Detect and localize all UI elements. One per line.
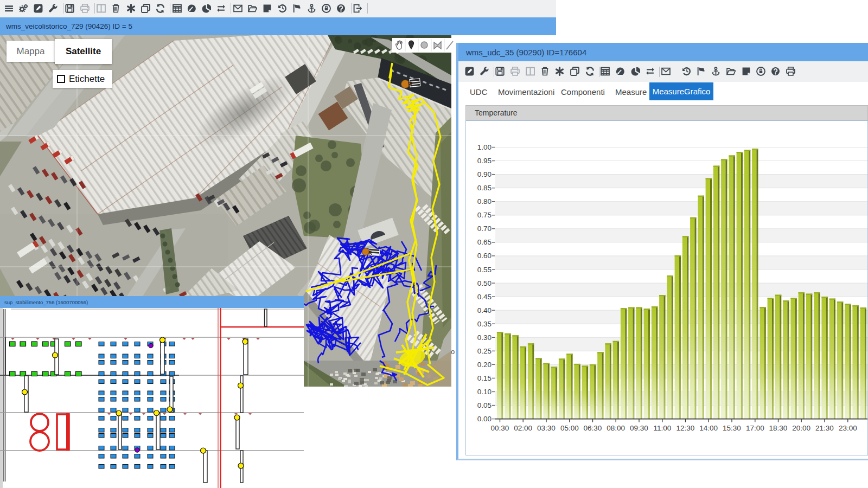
svg-text:1.00: 1.00	[477, 143, 492, 151]
svg-text:0.60: 0.60	[477, 252, 492, 260]
svg-text:0.70: 0.70	[477, 224, 492, 233]
svg-text:18:30: 18:30	[769, 424, 788, 432]
svg-text:0.40: 0.40	[477, 306, 492, 314]
svg-text:0.05: 0.05	[477, 401, 492, 409]
svg-text:0.95: 0.95	[477, 157, 492, 165]
svg-text:0.45: 0.45	[477, 293, 492, 301]
svg-text:05:00: 05:00	[560, 424, 579, 432]
svg-text:0.10: 0.10	[477, 388, 492, 396]
svg-text:0.55: 0.55	[477, 266, 492, 274]
svg-text:00:30: 00:30	[491, 424, 509, 432]
svg-text:21:30: 21:30	[815, 424, 834, 432]
svg-text:0.65: 0.65	[477, 238, 492, 246]
svg-text:02:00: 02:00	[514, 424, 532, 432]
svg-text:06:30: 06:30	[584, 424, 602, 432]
svg-text:23:00: 23:00	[839, 424, 857, 432]
svg-text:0.50: 0.50	[477, 279, 492, 287]
svg-text:15:30: 15:30	[723, 424, 741, 432]
svg-text:12:30: 12:30	[676, 424, 695, 432]
svg-text:0.90: 0.90	[477, 170, 492, 178]
svg-text:0.20: 0.20	[477, 361, 492, 369]
svg-text:17:00: 17:00	[746, 424, 764, 432]
svg-text:0.75: 0.75	[477, 211, 492, 219]
svg-text:14:00: 14:00	[699, 424, 718, 432]
svg-text:0.30: 0.30	[477, 333, 492, 342]
svg-text:03:30: 03:30	[537, 424, 556, 432]
svg-text:0.35: 0.35	[477, 320, 492, 328]
svg-text:09:30: 09:30	[630, 424, 648, 432]
svg-text:0.80: 0.80	[477, 197, 492, 206]
svg-text:0.15: 0.15	[477, 374, 492, 382]
svg-text:11:00: 11:00	[653, 424, 671, 432]
svg-text:R: R	[407, 80, 413, 88]
svg-text:08:00: 08:00	[607, 424, 625, 432]
svg-text:0.85: 0.85	[477, 184, 492, 192]
svg-text:20:00: 20:00	[792, 424, 810, 432]
svg-text:0.25: 0.25	[477, 347, 492, 355]
svg-text:0.00: 0.00	[477, 415, 492, 423]
